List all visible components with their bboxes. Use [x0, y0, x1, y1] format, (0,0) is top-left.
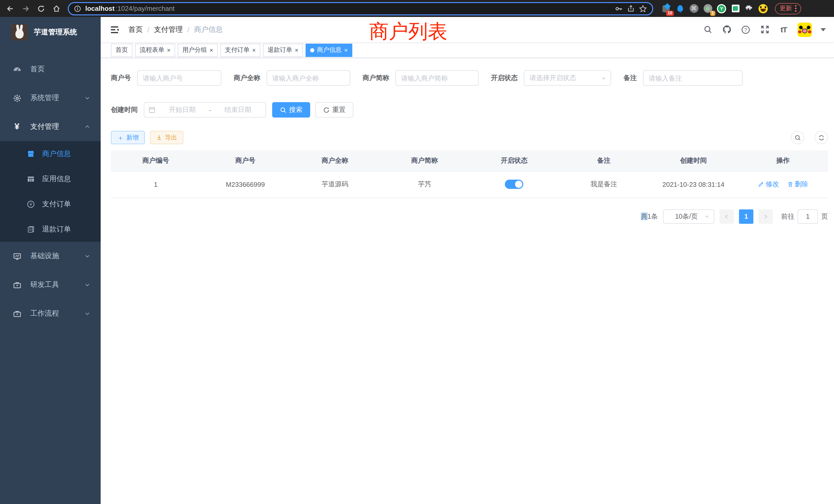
user-menu-caret-icon[interactable] — [821, 28, 826, 31]
edit-link-label: 修改 — [766, 180, 779, 189]
trash-icon — [787, 181, 793, 187]
page-info-icon[interactable] — [74, 5, 81, 12]
merchant-table: 商户编号 商户号 商户全称 商户简称 开启状态 备注 创建时间 操作 1 M23… — [111, 151, 828, 198]
full-name-input[interactable] — [266, 70, 350, 86]
extension-badge: 1 — [710, 10, 716, 16]
browser-menu-icon[interactable] — [795, 5, 796, 12]
breadcrumb-group[interactable]: 支付管理 — [154, 25, 183, 34]
share-icon[interactable] — [627, 5, 635, 12]
sidebar-item-merchant-info[interactable]: 商户信息 — [0, 141, 101, 166]
refresh-table-button[interactable] — [814, 131, 828, 144]
breadcrumb-home[interactable]: 首页 — [128, 25, 143, 34]
close-icon[interactable]: × — [167, 47, 171, 53]
sidebar-item-app-info[interactable]: 应用信息 — [0, 166, 101, 191]
extension-puzzle-icon[interactable] — [745, 4, 754, 13]
export-button[interactable]: 导出 — [150, 131, 183, 144]
sidebar-item-workflow[interactable]: 工作流程 — [0, 299, 101, 328]
date-start-placeholder[interactable]: 开始日期 — [159, 105, 206, 114]
extension-chat-icon[interactable] — [731, 4, 740, 13]
browser-update-button[interactable]: 更新 — [775, 3, 801, 14]
breadcrumb-separator: / — [147, 25, 150, 33]
field-label: 商户全称 — [234, 73, 260, 83]
header-search-icon[interactable] — [703, 24, 713, 35]
bookmark-star-icon[interactable] — [639, 4, 647, 13]
goto-page-input[interactable] — [797, 209, 818, 224]
reload-icon — [37, 4, 45, 13]
arrow-right-icon — [22, 4, 30, 13]
field-label: 商户简称 — [363, 73, 389, 83]
sidebar-item-refund-order[interactable]: 退款订单 — [0, 216, 101, 242]
tags-view-bar: 首页 流程表单 × 用户分组 × 支付订单 × 退款订单 × 商户信息 × — [101, 43, 834, 58]
close-icon[interactable]: × — [295, 47, 299, 53]
sidebar-item-dev-tools[interactable]: 研发工具 — [0, 271, 101, 299]
browser-reload-button[interactable] — [35, 2, 47, 15]
sidebar-item-home[interactable]: 首页 — [0, 55, 101, 84]
prev-page-button[interactable] — [720, 209, 734, 224]
tab-merchant-info[interactable]: 商户信息 × — [306, 43, 352, 57]
fullscreen-icon[interactable] — [760, 24, 770, 35]
sidebar-item-infra[interactable]: 基础设施 — [0, 242, 101, 271]
col-create-time: 创建时间 — [649, 151, 738, 171]
extension-y-icon[interactable]: Y — [717, 4, 726, 13]
yen-icon: ¥ — [11, 122, 23, 132]
short-name-input[interactable] — [395, 70, 479, 86]
tab-refund-order[interactable]: 退款订单 × — [263, 43, 303, 57]
delete-link[interactable]: 删除 — [787, 180, 808, 189]
password-key-icon[interactable] — [615, 4, 623, 13]
cell-short-name: 芋艿 — [380, 171, 469, 198]
extension-recorder-icon[interactable]: 1 — [703, 4, 712, 13]
date-end-placeholder[interactable]: 结束日期 — [214, 105, 261, 114]
extension-emoji-icon[interactable] — [759, 4, 768, 13]
extension-command-icon[interactable]: ⌘ — [689, 4, 698, 13]
address-bar[interactable]: localhost:1024/pay/merchant — [68, 2, 653, 15]
tab-user-group[interactable]: 用户分组 × — [178, 43, 218, 57]
table-toolbar: ＋ 新增 导出 — [111, 131, 828, 144]
browser-home-button[interactable] — [50, 2, 63, 15]
page-size-select[interactable]: 10条/页 — [663, 209, 714, 224]
update-label: 更新 — [780, 4, 792, 13]
sidebar-collapse-icon[interactable] — [109, 24, 120, 35]
col-status: 开启状态 — [469, 151, 559, 171]
help-icon[interactable]: ? — [741, 24, 751, 35]
extension-balloon-icon[interactable] — [675, 4, 684, 13]
tab-home[interactable]: 首页 — [111, 43, 132, 57]
sidebar-item-label: 基础设施 — [30, 251, 59, 261]
user-avatar[interactable] — [797, 22, 812, 37]
edit-link[interactable]: 修改 — [758, 180, 779, 189]
sidebar-item-pay-order[interactable]: ¥ 支付订单 — [0, 191, 101, 216]
app-logo-row[interactable]: 芋道管理系统 — [0, 17, 101, 48]
close-icon[interactable]: × — [252, 47, 256, 53]
font-size-icon[interactable]: tT — [778, 24, 789, 35]
tab-label: 流程表单 — [140, 46, 164, 54]
sidebar-item-payment[interactable]: ¥ 支付管理 — [0, 112, 101, 141]
github-icon[interactable] — [722, 24, 732, 35]
close-icon[interactable]: × — [210, 47, 213, 53]
reset-button[interactable]: 重置 — [315, 102, 353, 117]
total-count: 1 — [648, 212, 651, 220]
search-button[interactable]: 搜索 — [272, 102, 310, 117]
date-range-picker[interactable]: 开始日期 - 结束日期 — [144, 102, 266, 117]
tab-process-form[interactable]: 流程表单 × — [135, 43, 175, 57]
browser-forward-button[interactable] — [20, 2, 32, 15]
current-page-button[interactable]: 1 — [739, 209, 753, 224]
close-icon[interactable]: × — [344, 47, 348, 53]
browser-back-button[interactable] — [4, 2, 17, 15]
payment-submenu: 商户信息 应用信息 ¥ 支付订单 — [0, 141, 101, 242]
remark-input[interactable] — [643, 70, 743, 86]
next-page-button[interactable] — [759, 209, 773, 224]
cell-create-time: 2021-10-23 08:31:14 — [649, 171, 738, 198]
extension-pin-icon[interactable]: 10 — [661, 4, 671, 13]
add-button-label: 新增 — [126, 133, 139, 142]
add-button[interactable]: ＋ 新增 — [111, 131, 145, 144]
dashboard-icon — [11, 65, 23, 74]
status-toggle[interactable] — [505, 180, 524, 189]
pagination-goto: 前往 页 — [781, 209, 828, 224]
status-select[interactable]: 请选择开启状态 — [524, 70, 611, 86]
reset-button-label: 重置 — [332, 105, 346, 114]
tab-label: 用户分组 — [182, 46, 207, 54]
col-full-name: 商户全称 — [290, 151, 380, 171]
sidebar-item-system[interactable]: 系统管理 — [0, 84, 101, 112]
toggle-search-button[interactable] — [791, 131, 804, 144]
tab-pay-order[interactable]: 支付订单 × — [220, 43, 260, 57]
merchant-no-input[interactable] — [137, 70, 221, 86]
